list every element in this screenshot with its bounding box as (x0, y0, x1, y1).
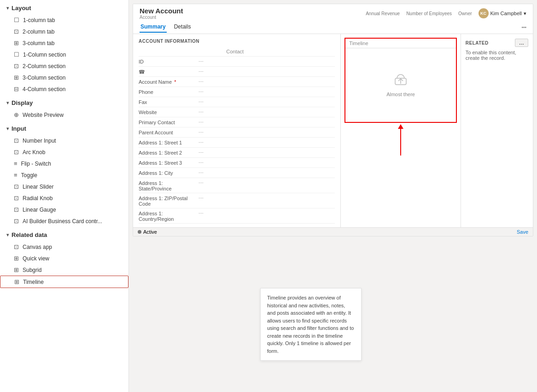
field-label-addr-street3: Address 1: Street 3 (139, 159, 198, 166)
sidebar-item-3col-tab[interactable]: ⊞ 3-column tab (0, 37, 128, 49)
user-dropdown-icon[interactable]: ▾ (524, 11, 526, 17)
related-content: To enable this content, create the recor… (466, 50, 528, 61)
sidebar-item-label: Subgrid (23, 267, 122, 273)
layout-section-header[interactable]: ▾ Layout (0, 0, 128, 14)
layout-section-label: Layout (12, 5, 31, 12)
sidebar-item-1col-section[interactable]: ☐ 1-Column section (0, 49, 128, 60)
field-value-addr-country: --- (198, 210, 335, 215)
field-label-account-name: Account Name * (139, 78, 198, 85)
1col-tab-icon: ☐ (14, 17, 19, 23)
field-label-phone: Phone (139, 88, 198, 95)
form-middle-panel: Timeline Almost th (341, 34, 461, 227)
form-top-right: Annual Revenue Number of Employees Owner… (366, 8, 526, 18)
sidebar-item-label: 4-Column section (23, 86, 122, 92)
tab-summary[interactable]: Summary (140, 22, 167, 33)
field-addr-street2: Address 1: Street 2 --- (139, 148, 335, 158)
status-dot-icon (138, 230, 141, 234)
sidebar-item-timeline[interactable]: ⊞ Timeline (0, 276, 128, 288)
sidebar-item-label: Radial Knob (23, 195, 122, 202)
related-data-section-header[interactable]: ▾ Related data (0, 227, 128, 241)
field-parent-account: Parent Account --- (139, 127, 335, 138)
sidebar-item-label: Website Preview (23, 112, 122, 118)
form-tabs: Summary Details (140, 22, 192, 33)
sidebar-item-ai-builder[interactable]: ⊡ AI Builder Business Card contr... (0, 215, 128, 227)
sidebar-item-label: Quick view (23, 255, 122, 262)
2col-tab-icon: ⊡ (14, 28, 19, 35)
sidebar-item-canvas-app[interactable]: ⊡ Canvas app (0, 241, 128, 253)
related-data-section-label: Related data (12, 231, 47, 238)
avatar-circle: KC (479, 8, 489, 18)
field-value-phone: --- (198, 88, 335, 94)
more-options-dots[interactable]: ••• (521, 25, 526, 30)
field-value-website: --- (198, 109, 335, 114)
phone-icon: ☎ (139, 69, 145, 75)
sidebar-item-1col-tab[interactable]: ☐ 1-column tab (0, 14, 128, 26)
field-value-addr-street1: --- (198, 139, 335, 144)
display-section-header[interactable]: ▾ Display (0, 95, 128, 109)
radial-knob-icon: ⊡ (14, 195, 19, 202)
sidebar-item-flip-switch[interactable]: ≡ Flip - Switch (0, 158, 128, 169)
red-arrow (398, 124, 403, 156)
display-section-label: Display (12, 99, 33, 106)
sidebar-item-label: 3-column tab (23, 40, 122, 46)
sidebar-item-2col-tab[interactable]: ⊡ 2-column tab (0, 26, 128, 37)
sidebar-item-4col-section[interactable]: ⊟ 4-Column section (0, 83, 128, 95)
3col-tab-icon: ⊞ (14, 40, 19, 46)
sidebar-item-3col-section[interactable]: ⊞ 3-Column section (0, 72, 128, 83)
field-label-id: ID (139, 58, 198, 64)
timeline-icon: ⊞ (14, 278, 19, 285)
user-avatar: KC Kim Campbell ▾ (479, 8, 526, 18)
field-label-addr-street2: Address 1: Street 2 (139, 149, 198, 156)
field-label-fax: Fax (139, 98, 198, 105)
form-bottom-bar: Active Save (133, 227, 533, 236)
sidebar-item-website-preview[interactable]: ⊕ Website Preview (0, 109, 128, 121)
form-title-group: New Account Account (140, 7, 183, 20)
sidebar-item-arc-knob[interactable]: ⊡ Arc Knob (0, 146, 128, 158)
field-label-website: Website (139, 109, 198, 115)
field-label-addr-street1: Address 1: Street 1 (139, 139, 198, 145)
sidebar-item-toggle[interactable]: ≡ Toggle (0, 169, 128, 181)
field-label-parent-account: Parent Account (139, 129, 198, 135)
sidebar-item-linear-slider[interactable]: ⊡ Linear Slider (0, 181, 128, 192)
input-section-header[interactable]: ▾ Input (0, 121, 128, 135)
save-label[interactable]: Save (517, 229, 528, 235)
tab-details[interactable]: Details (173, 22, 192, 33)
field-phone-icon: ☎ --- (139, 67, 335, 77)
field-label-contact: Contact (139, 48, 335, 54)
sidebar-item-subgrid[interactable]: ⊞ Subgrid (0, 264, 128, 276)
user-name: Kim Campbell (490, 11, 522, 16)
subgrid-icon: ⊞ (14, 266, 19, 273)
field-label-phone-icon: ☎ (139, 68, 198, 75)
field-website: Website --- (139, 107, 335, 117)
field-fax: Fax --- (139, 97, 335, 107)
sidebar-item-label: 1-column tab (23, 17, 122, 23)
field-addr-country: Address 1: Country/Region --- (139, 208, 335, 224)
sidebar-item-linear-gauge[interactable]: ⊡ Linear Gauge (0, 204, 128, 215)
field-value-phone-icon: --- (198, 68, 335, 74)
form-tabs-right: ••• (521, 25, 526, 30)
field-primary-contact: Primary Contact --- (139, 117, 335, 127)
sidebar-item-2col-section[interactable]: ⊡ 2-Column section (0, 60, 128, 72)
1col-section-icon: ☐ (14, 51, 19, 58)
timeline-upload-icon (393, 74, 408, 89)
related-title: RELATED ... (466, 39, 528, 47)
arc-knob-icon: ⊡ (14, 149, 19, 156)
field-addr-city: Address 1: City --- (139, 168, 335, 178)
timeline-almost-there-text: Almost there (386, 92, 415, 97)
field-value-parent-account: --- (198, 129, 335, 134)
4col-section-icon: ⊟ (14, 86, 19, 92)
field-value-addr-state: --- (198, 179, 335, 185)
sidebar-item-radial-knob[interactable]: ⊡ Radial Knob (0, 192, 128, 204)
flip-switch-icon: ≡ (14, 160, 18, 167)
status-badge: Active (138, 229, 157, 235)
sidebar-item-quick-view[interactable]: ⊞ Quick view (0, 253, 128, 264)
sidebar-item-label: Number Input (23, 138, 122, 144)
sidebar-item-label: Canvas app (23, 244, 122, 250)
field-label-addr-zip: Address 1: ZIP/Postal Code (139, 195, 198, 207)
related-title-text: RELATED (466, 40, 489, 46)
related-btn[interactable]: ... (515, 39, 528, 47)
field-value-addr-street2: --- (198, 149, 335, 155)
sidebar-item-number-input[interactable]: ⊡ Number Input (0, 135, 128, 146)
sidebar-item-label: Timeline (23, 279, 122, 285)
input-chevron-icon: ▾ (6, 126, 9, 131)
